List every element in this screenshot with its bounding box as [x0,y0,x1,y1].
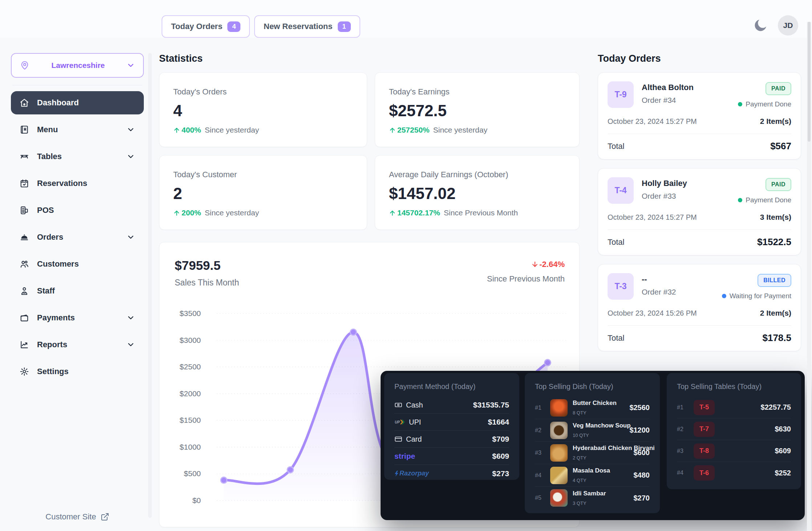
top-bar: Today Orders 4 New Reservations 1 JD [0,0,812,38]
sales-delta-pct: -2.64% [539,260,565,269]
stat-delta-pct: 145702.17% [397,208,440,217]
sidebar-item-dashboard[interactable]: Dashboard [11,91,144,114]
order-customer-name: -- [642,275,714,284]
today-orders-button[interactable]: Today Orders 4 [162,15,250,38]
table-badge: T-5 [694,400,715,415]
sidebar-item-orders[interactable]: Orders [11,226,144,249]
rank-label: #3 [677,448,687,454]
divider [608,134,791,134]
payment-method-name: Cash [406,401,423,409]
staff-person-icon [20,286,29,296]
chart-y-axis-labels: $3500$3000$2500$2000$1500$1000$500$0 [159,308,206,511]
payment-amount: $609 [492,452,509,461]
page-scrollbar[interactable] [807,22,811,531]
order-card[interactable]: T-3 -- Order #32 BILLED Waiting for Paym… [598,264,801,351]
sidebar-item-menu[interactable]: Menu [11,118,144,141]
payment-amount: $273 [492,469,509,478]
sidebar-item-pos[interactable]: POS [11,199,144,222]
chevron-down-icon [126,152,135,161]
payment-method-name: Card [406,435,422,443]
table-badge: T-3 [608,273,634,300]
divider [608,230,791,230]
table-amount: $630 [775,425,791,433]
dish-qty: 2 QTY [573,455,586,461]
sidebar-item-payments[interactable]: Payments [11,306,144,329]
sales-chart-subtitle: Sales This Month [175,278,239,288]
dish-photo [550,399,568,417]
order-card[interactable]: T-4 Holly Bailey Order #33 PAID Payment … [598,168,801,255]
arrow-up-icon [389,210,396,216]
today-orders-panel: Today Orders T-9 Althea Bolton Order #34… [598,53,801,360]
stat-delta-note: Since yesterday [433,126,487,134]
stat-delta-pct: 200% [182,208,201,217]
stat-title: Today's Orders [173,87,353,97]
order-datetime: October 23, 2024 15:26 PM [608,309,697,317]
sales-delta-note: Since Previous Month [487,274,565,284]
home-icon [20,98,29,108]
status-badge: PAID [766,178,791,191]
sidebar-item-reservations[interactable]: Reservations [11,172,144,195]
dish-amount: $1200 [629,426,650,434]
rank-label: #4 [535,472,545,479]
upi-logo-icon: UP [394,419,405,425]
sidebar-item-tables[interactable]: Tables [11,145,144,168]
sidebar-item-staff[interactable]: Staff [11,279,144,303]
sidebar-item-customers[interactable]: Customers [11,252,144,276]
stat-card-average-daily-earnings: Average Daily Earnings (October) $1457.0… [375,155,580,230]
order-datetime: October 23, 2024 15:27 PM [608,117,697,126]
sidebar-item-label: Settings [37,367,135,376]
divider [608,325,791,326]
rank-label: #1 [677,404,687,411]
order-total-label: Total [608,142,624,151]
chevron-down-icon [126,125,135,134]
sidebar-item-label: Reports [37,340,118,349]
dish-name: Butter Chicken [573,400,624,407]
payment-row-stripe: stripe $609 [394,448,509,465]
location-selector[interactable]: Lawrenceshire [11,53,144,78]
payment-row-razorpay: Razorpay $273 [394,465,509,482]
customer-site-label: Customer Site [45,512,96,522]
stat-value: 2 [173,185,353,203]
sidebar-item-label: Tables [37,152,118,161]
sidebar-divider [12,85,142,85]
dark-mode-toggle[interactable] [752,17,768,33]
new-reservations-button[interactable]: New Reservations 1 [254,15,360,38]
sidebar-scrollbar[interactable] [148,53,152,518]
order-total-value: $1522.5 [757,236,791,248]
avatar[interactable]: JD [778,15,798,36]
sidebar-item-label: Dashboard [37,98,135,108]
dish-photo [550,444,568,462]
new-reservations-count-badge: 1 [338,21,351,32]
calendar-check-icon [20,179,29,188]
top-selling-dish-panel: Top Selling Dish (Today) #1 Butter Chick… [525,373,660,513]
order-datetime: October 23, 2024 15:27 PM [608,213,697,222]
dish-name: Masala Dosa [573,467,629,474]
sidebar-item-settings[interactable]: Settings [11,360,144,383]
dish-name: Idli Sambar [573,490,629,497]
dish-row: #4 Masala Dosa4 QTY $480 [535,464,650,487]
razorpay-logo: Razorpay [394,470,429,477]
dark-widgets-overlay: Payment Method (Today) Cash $31535.75 UP… [381,371,805,520]
order-card[interactable]: T-9 Althea Bolton Order #34 PAID Payment… [598,72,801,159]
payment-amount: $31535.75 [473,401,509,409]
table-badge: T-7 [694,422,715,437]
customer-site-link[interactable]: Customer Site [11,512,144,522]
stat-delta-note: Since yesterday [205,208,259,217]
payment-status-text: Payment Done [746,196,791,204]
scrollbar-thumb[interactable] [808,22,811,142]
dish-row: #3 Hyderabadi Chicken Biryani2 QTY $600 [535,442,650,464]
order-items-count: 3 Item(s) [760,213,791,222]
payment-status-text: Payment Done [746,100,791,108]
y-tick-label: $2500 [161,362,201,371]
payment-status-dot [738,198,742,202]
order-total-value: $567 [770,141,791,152]
table-amount: $252 [775,469,791,477]
table-row: #1 T-5 $2257.75 [677,397,791,418]
payment-method-name: UPI [409,418,421,426]
location-selector-label: Lawrenceshire [36,61,121,70]
sidebar-item-reports[interactable]: Reports [11,333,144,356]
sidebar-item-label: Orders [37,232,118,242]
payment-row-upi: UP UPI $1664 [394,414,509,431]
order-customer-name: Holly Bailey [642,179,730,188]
dish-amount: $270 [634,494,650,502]
